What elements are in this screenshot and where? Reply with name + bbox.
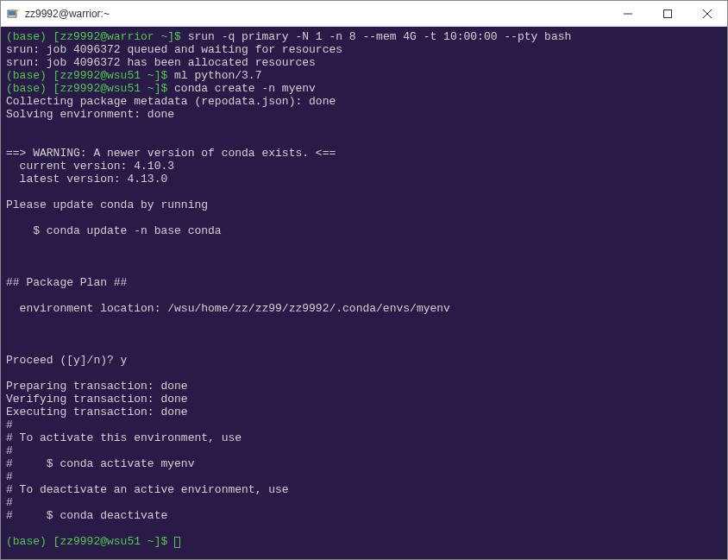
terminal-line: # To deactivate an active environment, u… (6, 483, 722, 496)
terminal-line: (base) [zz9992@warrior ~]$ srun -q prima… (6, 30, 722, 43)
terminal-line: (base) [zz9992@wsu51 ~]$ ml python/3.7 (6, 69, 722, 82)
terminal-text: # $ conda deactivate (6, 509, 167, 522)
titlebar[interactable]: zz9992@warrior:~ (1, 1, 727, 27)
terminal-line: ## Package Plan ## (6, 276, 722, 289)
terminal-text: # (6, 444, 13, 457)
window-title: zz9992@warrior:~ (25, 8, 608, 20)
terminal-line (6, 237, 722, 250)
window-controls (608, 1, 727, 26)
terminal-line: srun: job 4096372 queued and waiting for… (6, 43, 722, 56)
terminal-line (6, 522, 722, 535)
terminal-line: # (6, 444, 722, 457)
putty-window: zz9992@warrior:~ (base) [zz9992@warrior … (0, 0, 728, 560)
terminal-line: Verifying transaction: done (6, 393, 722, 406)
terminal-area[interactable]: (base) [zz9992@warrior ~]$ srun -q prima… (1, 27, 727, 559)
terminal-line (6, 211, 722, 224)
terminal-line: srun: job 4096372 has been allocated res… (6, 56, 722, 69)
terminal-line (6, 263, 722, 276)
shell-prompt: (base) [zz9992@wsu51 ~]$ (6, 82, 174, 95)
terminal-line: ==> WARNING: A newer version of conda ex… (6, 147, 722, 160)
terminal-line: # $ conda activate myenv (6, 457, 722, 470)
terminal-text: # (6, 470, 13, 483)
terminal-text: conda create -n myenv (174, 82, 316, 95)
terminal-line (6, 289, 722, 302)
terminal-line (6, 341, 722, 354)
terminal-line: # (6, 496, 722, 509)
minimize-button[interactable] (608, 1, 648, 26)
svg-line-2 (16, 9, 19, 12)
terminal-line (6, 134, 722, 147)
terminal-line: Executing transaction: done (6, 406, 722, 418)
terminal-text: $ conda update -n base conda (6, 224, 222, 237)
terminal-text: Please update conda by running (6, 198, 208, 211)
terminal-text: Proceed ([y]/n)? y (6, 354, 127, 367)
terminal-text: Collecting package metadata (repodata.js… (6, 95, 336, 108)
terminal-line: (base) [zz9992@wsu51 ~]$ conda create -n… (6, 82, 722, 95)
terminal-line: Preparing transaction: done (6, 380, 722, 393)
terminal-line (6, 250, 722, 263)
terminal-text: ml python/3.7 (174, 69, 261, 82)
cursor (174, 537, 180, 548)
svg-rect-1 (9, 11, 16, 16)
terminal-line (6, 121, 722, 134)
terminal-text: # $ conda activate myenv (6, 457, 194, 470)
shell-prompt: (base) [zz9992@warrior ~]$ (6, 30, 188, 43)
terminal-line (6, 328, 722, 341)
terminal-line: Please update conda by running (6, 198, 722, 211)
terminal-text: latest version: 4.13.0 (6, 173, 167, 186)
terminal-text: srun: job 4096372 has been allocated res… (6, 56, 316, 69)
terminal-line: Collecting package metadata (repodata.js… (6, 95, 722, 108)
terminal-text: Executing transaction: done (6, 406, 188, 418)
terminal-line: latest version: 4.13.0 (6, 173, 722, 186)
terminal-text: Solving environment: done (6, 108, 174, 121)
terminal-text: ## Package Plan ## (6, 276, 127, 289)
shell-prompt: (base) [zz9992@wsu51 ~]$ (6, 535, 174, 548)
terminal-line: # $ conda deactivate (6, 509, 722, 522)
putty-icon (6, 7, 20, 21)
terminal-text: # (6, 418, 13, 431)
terminal-text: # To deactivate an active environment, u… (6, 483, 289, 496)
maximize-button[interactable] (648, 1, 687, 26)
terminal-text: Verifying transaction: done (6, 393, 188, 406)
terminal-line: current version: 4.10.3 (6, 160, 722, 173)
terminal-line (6, 367, 722, 380)
terminal-line: $ conda update -n base conda (6, 224, 722, 237)
terminal-text: environment location: /wsu/home/zz/zz99/… (6, 302, 450, 315)
close-button[interactable] (687, 1, 727, 26)
terminal-text: Preparing transaction: done (6, 380, 188, 393)
terminal-line (6, 315, 722, 328)
terminal-line: # (6, 470, 722, 483)
shell-prompt: (base) [zz9992@wsu51 ~]$ (6, 69, 174, 82)
terminal-text: # (6, 496, 13, 509)
terminal-line: # (6, 418, 722, 431)
terminal-line: Solving environment: done (6, 108, 722, 121)
terminal-line: (base) [zz9992@wsu51 ~]$ (6, 535, 722, 548)
terminal-text: srun: job 4096372 queued and waiting for… (6, 43, 342, 56)
terminal-text: ==> WARNING: A newer version of conda ex… (6, 147, 336, 160)
terminal-text: srun -q primary -N 1 -n 8 --mem 4G -t 10… (188, 30, 572, 43)
terminal-line: environment location: /wsu/home/zz/zz99/… (6, 302, 722, 315)
terminal-line (6, 186, 722, 198)
svg-rect-4 (664, 9, 672, 17)
terminal-line: Proceed ([y]/n)? y (6, 354, 722, 367)
terminal-text: # To activate this environment, use (6, 431, 242, 444)
terminal-line: # To activate this environment, use (6, 431, 722, 444)
terminal-text: current version: 4.10.3 (6, 160, 174, 173)
